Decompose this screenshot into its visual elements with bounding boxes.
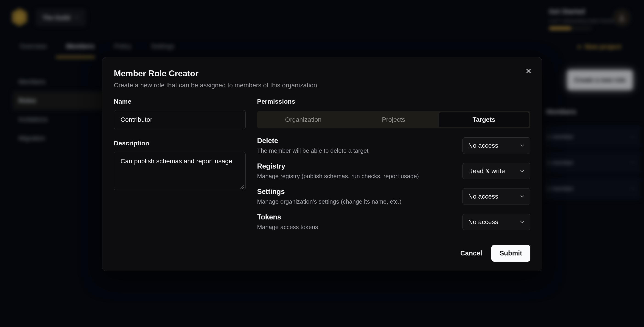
permissions-scope-tabs: Organization Projects Targets xyxy=(257,111,530,128)
role-description-textarea[interactable]: Can publish schemas and report usage xyxy=(114,152,246,190)
select-value: No access xyxy=(468,193,498,200)
permissions-label: Permissions xyxy=(257,98,530,105)
tab-organization[interactable]: Organization xyxy=(258,112,348,127)
name-label: Name xyxy=(114,98,246,105)
submit-button[interactable]: Submit xyxy=(492,245,530,262)
permission-row-text: Registry Manage registry (publish schema… xyxy=(257,162,419,180)
role-form-right-column: Permissions Organization Projects Target… xyxy=(257,98,530,239)
tab-targets[interactable]: Targets xyxy=(438,112,529,127)
role-form-left-column: Name Description Can publish schemas and… xyxy=(114,98,246,239)
role-form: Name Description Can publish schemas and… xyxy=(114,98,530,239)
permission-title: Delete xyxy=(257,137,368,145)
permission-description: Manage registry (publish schemas, run ch… xyxy=(257,173,419,180)
permission-row-delete: Delete The member will be able to delete… xyxy=(257,137,530,154)
member-role-creator-modal: ✕ Member Role Creator Create a new role … xyxy=(102,57,542,271)
tokens-permission-select[interactable]: No access xyxy=(462,214,530,230)
chevron-down-icon xyxy=(519,194,525,200)
description-label: Description xyxy=(114,139,246,147)
permission-row-text: Tokens Manage access tokens xyxy=(257,213,318,231)
select-value: Read & write xyxy=(468,167,505,175)
permission-description: Manage organization's settings (change i… xyxy=(257,198,402,205)
settings-permission-select[interactable]: No access xyxy=(462,188,530,205)
description-field-wrap: Can publish schemas and report usage xyxy=(114,152,246,191)
permission-title: Tokens xyxy=(257,213,318,221)
chevron-down-icon xyxy=(519,143,525,149)
tab-projects[interactable]: Projects xyxy=(348,112,438,127)
role-name-input[interactable] xyxy=(114,110,246,129)
cancel-button[interactable]: Cancel xyxy=(454,245,489,262)
modal-footer: Cancel Submit xyxy=(114,245,530,262)
permission-title: Registry xyxy=(257,162,419,170)
permission-row-text: Settings Manage organization's settings … xyxy=(257,188,402,205)
app-root: The Guild Get Started 4 of 7 onboarding … xyxy=(0,0,644,327)
delete-permission-select[interactable]: No access xyxy=(462,137,530,154)
permission-title: Settings xyxy=(257,188,402,196)
permission-description: Manage access tokens xyxy=(257,224,318,231)
chevron-down-icon xyxy=(519,219,525,225)
permission-description: The member will be able to delete a targ… xyxy=(257,147,368,154)
close-icon[interactable]: ✕ xyxy=(523,66,534,77)
permission-row-tokens: Tokens Manage access tokens No access xyxy=(257,213,530,231)
select-value: No access xyxy=(468,218,498,226)
modal-title: Member Role Creator xyxy=(114,69,530,78)
permission-row-registry: Registry Manage registry (publish schema… xyxy=(257,162,530,180)
registry-permission-select[interactable]: Read & write xyxy=(462,163,530,179)
permission-row-settings: Settings Manage organization's settings … xyxy=(257,188,530,205)
permission-row-text: Delete The member will be able to delete… xyxy=(257,137,368,154)
chevron-down-icon xyxy=(519,168,525,174)
select-value: No access xyxy=(468,142,498,149)
resize-handle-icon[interactable] xyxy=(240,184,244,189)
permissions-rows: Delete The member will be able to delete… xyxy=(257,137,530,231)
modal-subtitle: Create a new role that can be assigned t… xyxy=(114,82,530,89)
